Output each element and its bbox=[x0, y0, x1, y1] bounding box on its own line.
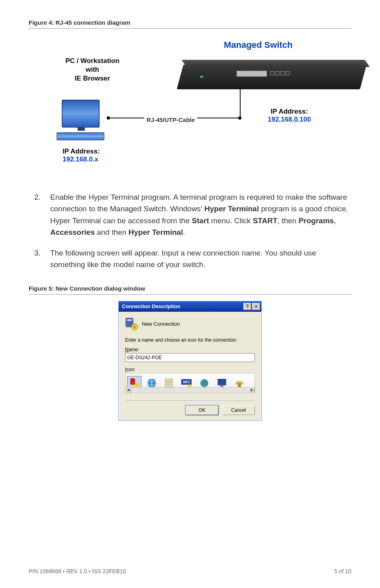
step-body: The following screen will appear. Input … bbox=[50, 247, 351, 271]
figure4-caption: Figure 4: RJ-45 connection diagram bbox=[29, 19, 351, 26]
monitor-icon bbox=[62, 100, 100, 128]
name-label: Name: bbox=[125, 347, 255, 352]
step-bold-text: START bbox=[253, 216, 278, 225]
switch-graphic: ████████████ bbox=[180, 65, 363, 89]
ok-button[interactable]: OK bbox=[186, 405, 218, 415]
step-item: 3.The following screen will appear. Inpu… bbox=[29, 247, 351, 271]
step-bold-text: Hyper Terminal bbox=[129, 228, 183, 236]
step-body: Enable the Hyper Terminal program. A ter… bbox=[50, 191, 351, 238]
step-text: The following screen will appear. Input … bbox=[50, 249, 316, 269]
figure5-caption: Figure 5: New Connection dialog window bbox=[29, 285, 351, 292]
step-number: 3. bbox=[29, 247, 50, 271]
step-bold-text: Accessories bbox=[50, 228, 95, 236]
managed-switch-title: Managed Switch bbox=[224, 40, 292, 50]
step-text: and then bbox=[95, 228, 129, 236]
close-button[interactable]: × bbox=[252, 303, 260, 310]
dialog-titlebar: Connection Description ? × bbox=[119, 301, 261, 312]
pc-workstation-label: PC / Workstation with IE Browser bbox=[51, 57, 134, 83]
dialog-prompt: Enter a name and choose an icon for the … bbox=[125, 337, 255, 343]
ip-right-value: 192.168.0.100 bbox=[268, 116, 311, 123]
new-connection-label: New Connection bbox=[142, 321, 180, 327]
svg-rect-1 bbox=[127, 319, 132, 321]
ip-left-label: IP Address: bbox=[63, 147, 100, 155]
cable-upline bbox=[240, 88, 241, 118]
step-number: 2. bbox=[29, 191, 50, 238]
scroll-left-button[interactable]: ◄ bbox=[125, 387, 131, 393]
svg-rect-12 bbox=[218, 379, 226, 385]
pc-graphic bbox=[55, 100, 106, 140]
icon-scrollbar[interactable]: ◄ ► bbox=[125, 387, 255, 393]
step-bold-text: Programs bbox=[298, 216, 334, 225]
figure5-rule bbox=[29, 294, 351, 295]
connection-description-dialog: Connection Description ? × New Connectio… bbox=[118, 301, 262, 421]
name-input[interactable] bbox=[125, 353, 255, 362]
step-item: 2.Enable the Hyper Terminal program. A t… bbox=[29, 191, 351, 238]
steps-list: 2.Enable the Hyper Terminal program. A t… bbox=[29, 191, 351, 271]
svg-rect-7 bbox=[165, 379, 172, 387]
ip-right-label: IP Address: bbox=[271, 108, 308, 115]
step-text: . bbox=[183, 228, 185, 236]
step-bold-text: Hyper Terminal bbox=[204, 205, 259, 213]
rj45-diagram: Managed Switch PC / Workstation with IE … bbox=[29, 40, 351, 175]
svg-rect-15 bbox=[238, 383, 241, 387]
dialog-title: Connection Description bbox=[122, 303, 243, 309]
svg-rect-3 bbox=[130, 378, 135, 385]
footer-right: 5 of 10 bbox=[334, 568, 351, 574]
pc-base-icon bbox=[57, 132, 104, 140]
ip-address-right: IP Address: 192.168.0.100 bbox=[268, 108, 311, 124]
pc-label-line1: PC / Workstation bbox=[65, 57, 119, 65]
pc-label-line3: IE Browser bbox=[75, 75, 110, 82]
cable-label: RJ-45/UTP-Cable bbox=[144, 116, 197, 123]
scroll-right-button[interactable]: ► bbox=[249, 387, 255, 393]
step-text: , bbox=[334, 216, 336, 225]
svg-text:MCI: MCI bbox=[183, 380, 190, 384]
step-text: menu. Click bbox=[209, 216, 253, 225]
step-bold-text: Start bbox=[192, 216, 209, 225]
switch-ports-icon: ████████████ bbox=[237, 71, 290, 77]
help-button[interactable]: ? bbox=[243, 303, 251, 310]
pc-label-line2: with bbox=[86, 66, 99, 73]
figure4-rule bbox=[29, 28, 351, 29]
cancel-button[interactable]: Cancel bbox=[222, 405, 255, 415]
ip-address-left: IP Address: 192.168.0.x bbox=[63, 147, 100, 163]
dialog-separator bbox=[125, 400, 255, 401]
ip-left-value: 192.168.0.x bbox=[63, 155, 98, 163]
page-footer: P/N 1069668 • REV 1.0 • ISS 22FEB10 5 of… bbox=[29, 568, 351, 574]
new-connection-icon bbox=[125, 317, 139, 331]
footer-left: P/N 1069668 • REV 1.0 • ISS 22FEB10 bbox=[29, 568, 126, 574]
icon-picker[interactable]: MCI ◄ ► bbox=[125, 373, 255, 393]
icon-label: Icon: bbox=[125, 367, 255, 372]
step-text: , then bbox=[278, 216, 299, 225]
